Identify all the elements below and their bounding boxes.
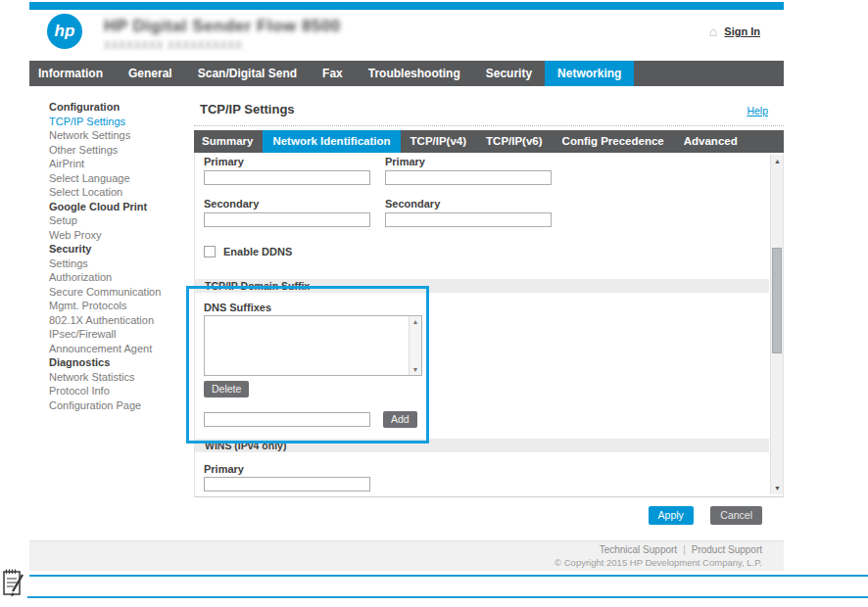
embedded-web-server-window: hp HP Digital Sender Flow 8500 XXXXXXXX …: [29, 2, 784, 571]
scrollbar-thumb[interactable]: [772, 248, 782, 353]
title-row: TCP/IP Settings Help: [194, 86, 784, 117]
sidebar-item-network-settings[interactable]: Network Settings: [49, 129, 194, 144]
scroll-down-icon[interactable]: ▼: [410, 366, 421, 373]
secondary-label-2: Secondary: [385, 198, 554, 210]
primary-input-2[interactable]: [385, 170, 552, 185]
primary-label-2: Primary: [385, 156, 554, 167]
sidebar-item-other-settings[interactable]: Other Settings: [49, 144, 194, 159]
add-suffix-row: Add: [204, 411, 769, 428]
sidebar-item-tcpip-settings[interactable]: TCP/IP Settings: [49, 116, 194, 130]
nav-tab-information[interactable]: Information: [29, 61, 116, 86]
sidebar-item-web-proxy[interactable]: Web Proxy: [49, 229, 194, 244]
sidebar-item-select-location[interactable]: Select Location: [49, 186, 194, 201]
sidebar-header-diagnostics: Diagnostics: [49, 356, 194, 371]
sign-in-link[interactable]: Sign In: [724, 25, 760, 37]
section-header-wins: WINS (IPv4 only): [195, 439, 769, 452]
primary-nav: Information General Scan/Digital Send Fa…: [29, 61, 784, 86]
dns-suffixes-listbox[interactable]: ▲ ▼: [204, 315, 422, 376]
secondary-input-2[interactable]: [385, 212, 552, 227]
nav-tab-scan-digital-send[interactable]: Scan/Digital Send: [185, 61, 310, 86]
main-content: TCP/IP Settings Help Summary Network Ide…: [194, 86, 784, 540]
sidebar-item-announcement-agent[interactable]: Announcement Agent: [49, 343, 194, 357]
dns-suffixes-label: DNS Suffixes: [204, 302, 769, 313]
page-title: TCP/IP Settings: [200, 102, 295, 117]
sign-in-area: ⌂ Sign In: [709, 25, 760, 37]
primary-label-1: Primary: [204, 156, 372, 167]
add-suffix-input[interactable]: [204, 412, 370, 427]
primary-row: Primary Primary: [204, 156, 769, 185]
nav-tab-general[interactable]: General: [116, 61, 185, 86]
secondary-row: Secondary Secondary: [204, 198, 769, 227]
page: { "header": { "product_name": "HP Digita…: [0, 0, 868, 607]
sidebar-item-settings[interactable]: Settings: [49, 257, 194, 272]
primary-input-1[interactable]: [204, 170, 370, 185]
field-dns-primary-2: Primary: [385, 156, 554, 185]
note-icon: [2, 566, 25, 602]
sidebar: Configuration TCP/IP Settings Network Se…: [29, 86, 194, 540]
scroll-up-icon[interactable]: ▲: [771, 155, 784, 167]
tab-network-identification[interactable]: Network Identification: [263, 130, 400, 153]
product-support-link[interactable]: Product Support: [692, 544, 762, 555]
scroll-up-icon[interactable]: ▲: [410, 318, 421, 325]
field-dns-primary-1: Primary: [204, 156, 372, 185]
field-dns-secondary-2: Secondary: [385, 198, 554, 227]
enable-ddns-checkbox[interactable]: [204, 246, 216, 257]
sidebar-item-protocol-info[interactable]: Protocol Info: [49, 385, 194, 399]
nav-tab-networking[interactable]: Networking: [545, 61, 634, 86]
subtab-bar: Summary Network Identification TCP/IP(v4…: [194, 130, 784, 153]
apply-button[interactable]: Apply: [649, 506, 694, 525]
enable-ddns-label: Enable DDNS: [223, 246, 292, 257]
sidebar-item-ipsec-firewall[interactable]: IPsec/Firewall: [49, 328, 194, 343]
sidebar-header-configuration: Configuration: [49, 101, 194, 116]
panel-scrollbar[interactable]: ▲ ▼: [770, 155, 783, 494]
tab-tcpip-v4[interactable]: TCP/IP(v4): [401, 130, 477, 153]
sidebar-item-configuration-page[interactable]: Configuration Page: [49, 399, 194, 414]
tab-advanced[interactable]: Advanced: [674, 130, 747, 153]
nav-tab-security[interactable]: Security: [473, 61, 545, 86]
sidebar-item-network-statistics[interactable]: Network Statistics: [49, 371, 194, 386]
home-icon[interactable]: ⌂: [709, 25, 717, 37]
body-row: Configuration TCP/IP Settings Network Se…: [29, 86, 784, 540]
sidebar-item-authorization[interactable]: Authorization: [49, 271, 194, 286]
cancel-button[interactable]: Cancel: [710, 506, 762, 525]
footer-links: Technical Support|Product Support: [29, 544, 762, 555]
copyright-text: © Copyright 2015 HP Development Company,…: [29, 557, 762, 568]
wins-primary-input[interactable]: [204, 477, 370, 491]
footer: Technical Support|Product Support © Copy…: [29, 540, 784, 571]
sidebar-item-secure-communication[interactable]: Secure Communication: [49, 286, 194, 301]
scroll-down-icon[interactable]: ▼: [771, 482, 784, 494]
listbox-scrollbar[interactable]: ▲ ▼: [409, 316, 421, 375]
secondary-label-1: Secondary: [204, 198, 372, 210]
tab-summary[interactable]: Summary: [194, 130, 263, 153]
hp-logo: hp: [47, 14, 82, 49]
note-top-rule: [29, 575, 868, 577]
settings-panel: Primary Primary Secondary: [194, 153, 784, 497]
tab-tcpip-v6[interactable]: TCP/IP(v6): [476, 130, 553, 153]
footer-separator: |: [677, 544, 692, 555]
sidebar-item-select-language[interactable]: Select Language: [49, 172, 194, 187]
delete-button[interactable]: Delete: [204, 381, 249, 397]
tab-config-precedence[interactable]: Config Precedence: [553, 130, 674, 153]
field-dns-secondary-1: Secondary: [204, 198, 372, 227]
sidebar-item-mgmt-protocols[interactable]: Mgmt. Protocols: [49, 300, 194, 314]
technical-support-link[interactable]: Technical Support: [600, 544, 678, 555]
product-name-redacted: HP Digital Sender Flow 8500: [104, 17, 341, 36]
settings-form: Primary Primary Secondary: [195, 153, 769, 496]
nav-tab-troubleshooting[interactable]: Troubleshooting: [356, 61, 473, 86]
enable-ddns-row: Enable DDNS: [204, 246, 769, 257]
help-link[interactable]: Help: [747, 105, 768, 117]
wins-primary-label: Primary: [204, 463, 769, 475]
note-bottom-rule: [27, 596, 868, 598]
sidebar-item-8021x-authentication[interactable]: 802.1X Authentication: [49, 314, 194, 329]
nav-tab-fax[interactable]: Fax: [310, 61, 356, 86]
sidebar-item-setup[interactable]: Setup: [49, 214, 194, 229]
sidebar-item-airprint[interactable]: AirPrint: [49, 158, 194, 172]
sidebar-header-security: Security: [49, 243, 194, 257]
section-header-domain-suffix: TCP/IP Domain Suffix: [195, 279, 769, 293]
sidebar-header-google-cloud-print: Google Cloud Print: [49, 201, 194, 215]
product-subtitle-redacted: XXXXXXXX XXXXXXXXXX: [104, 40, 341, 51]
title-separator: [194, 125, 784, 126]
action-buttons: Apply Cancel: [194, 497, 784, 525]
secondary-input-1[interactable]: [204, 212, 370, 227]
add-button[interactable]: Add: [383, 411, 417, 428]
